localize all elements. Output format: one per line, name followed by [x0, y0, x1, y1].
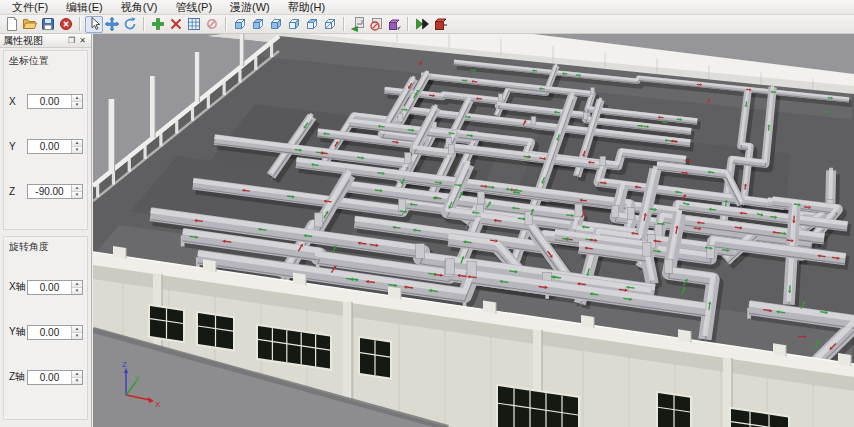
menu-item-1[interactable]: 文件(F): [3, 0, 57, 14]
new-file-button[interactable]: [3, 16, 21, 33]
import-pipeline-button[interactable]: [349, 16, 367, 33]
spinner-down-button[interactable]: ▼: [72, 101, 82, 108]
group-title: 旋转角度: [9, 240, 49, 254]
view-cube-right-button[interactable]: [285, 16, 303, 33]
property-panel-title: 属性视图: [3, 34, 66, 48]
export-model-icon: [386, 16, 402, 32]
field-value: 0.00: [28, 281, 71, 294]
view-cube-right-icon: [286, 16, 302, 32]
toolbar: [0, 15, 854, 34]
view-cube-back-icon: [250, 16, 266, 32]
menu-bar: 文件(F)编辑(E)视角(V)管线(P)漫游(W)帮助(H): [0, 0, 854, 15]
field-value: -90.00: [28, 185, 71, 198]
move-tool-button[interactable]: [103, 16, 121, 33]
toolbar-separator: [143, 17, 145, 31]
export-model-button[interactable]: [385, 16, 403, 33]
field-label: Y轴: [6, 325, 27, 339]
view-cube-iso-button[interactable]: [321, 16, 339, 33]
select-arrow-button[interactable]: [85, 16, 103, 33]
forbid-pipeline-button[interactable]: [367, 16, 385, 33]
field-value: 0.00: [28, 371, 71, 384]
view-cube-left-icon: [268, 16, 284, 32]
axis-y-label: y: [135, 373, 139, 382]
spinner: ▲▼: [71, 371, 82, 384]
field-value: 0.00: [28, 140, 71, 153]
new-file-icon: [4, 16, 20, 32]
spinner-down-button[interactable]: ▼: [72, 287, 82, 294]
field-input[interactable]: 0.00▲▼: [27, 325, 83, 340]
roam-stop-button[interactable]: [431, 16, 449, 33]
menu-item-2[interactable]: 编辑(E): [57, 0, 112, 14]
add-item-icon: [150, 16, 166, 32]
toolbar-separator: [343, 17, 345, 31]
property-panel: 属性视图 ❐ ✕ 坐标位置X0.00▲▼Y0.00▲▼Z-90.00▲▼旋转角度…: [0, 34, 92, 427]
spinner-down-button[interactable]: ▼: [72, 146, 82, 153]
field-input[interactable]: 0.00▲▼: [27, 280, 83, 295]
view-cube-top-button[interactable]: [303, 16, 321, 33]
viewport-3d[interactable]: ZyX: [93, 34, 854, 427]
panel-field-row: X0.00▲▼: [6, 93, 83, 109]
spinner-down-button[interactable]: ▼: [72, 377, 82, 384]
open-folder-button[interactable]: [21, 16, 39, 33]
panel-field-row: Y轴0.00▲▼: [6, 324, 83, 340]
menu-item-5[interactable]: 漫游(W): [221, 0, 279, 14]
spinner-down-button[interactable]: ▼: [72, 191, 82, 198]
spinner: ▲▼: [71, 95, 82, 108]
spinner: ▲▼: [71, 281, 82, 294]
field-label: X: [6, 96, 27, 107]
field-label: Y: [6, 141, 27, 152]
field-input[interactable]: -90.00▲▼: [27, 184, 83, 199]
view-cube-left-button[interactable]: [267, 16, 285, 33]
field-input[interactable]: 0.00▲▼: [27, 94, 83, 109]
snapshot-icon: [186, 16, 202, 32]
group-2: 旋转角度X轴0.00▲▼Y轴0.00▲▼Z轴0.00▲▼: [3, 236, 88, 420]
spinner: ▲▼: [71, 326, 82, 339]
axis-x-label: X: [155, 400, 161, 409]
toolbar-separator: [407, 17, 409, 31]
rotate-tool-button[interactable]: [121, 16, 139, 33]
scene-canvas[interactable]: ZyX: [93, 34, 854, 427]
panel-field-row: Z-90.00▲▼: [6, 183, 83, 199]
panel-field-row: X轴0.00▲▼: [6, 279, 83, 295]
float-window-icon[interactable]: ❐: [66, 35, 77, 46]
save-button[interactable]: [39, 16, 57, 33]
add-item-button[interactable]: [149, 16, 167, 33]
roam-start-button[interactable]: [413, 16, 431, 33]
close-icon[interactable]: ✕: [77, 35, 88, 46]
field-input[interactable]: 0.00▲▼: [27, 370, 83, 385]
disabled-marker-button[interactable]: [203, 16, 221, 33]
application-window: 文件(F)编辑(E)视角(V)管线(P)漫游(W)帮助(H) 属性视图 ❐ ✕ …: [0, 0, 854, 427]
toolbar-separator: [79, 17, 81, 31]
toolbar-separator: [225, 17, 227, 31]
spinner: ▲▼: [71, 140, 82, 153]
open-folder-icon: [22, 16, 38, 32]
field-label: X轴: [6, 280, 27, 294]
rotate-tool-icon: [122, 16, 138, 32]
select-arrow-icon: [86, 16, 102, 32]
view-cube-front-icon: [232, 16, 248, 32]
view-cube-back-button[interactable]: [249, 16, 267, 33]
field-label: Z轴: [6, 370, 27, 384]
forbid-pipeline-icon: [368, 16, 384, 32]
spinner-down-button[interactable]: ▼: [72, 332, 82, 339]
import-pipeline-icon: [350, 16, 366, 32]
roam-start-icon: [414, 16, 430, 32]
field-input[interactable]: 0.00▲▼: [27, 139, 83, 154]
delete-item-icon: [168, 16, 184, 32]
close-button[interactable]: [57, 16, 75, 33]
delete-item-button[interactable]: [167, 16, 185, 33]
spinner: ▲▼: [71, 185, 82, 198]
group-title: 坐标位置: [9, 54, 49, 68]
roam-stop-icon: [432, 16, 448, 32]
snapshot-button[interactable]: [185, 16, 203, 33]
field-value: 0.00: [28, 95, 71, 108]
field-label: Z: [6, 186, 27, 197]
axis-z-label: Z: [122, 360, 127, 369]
view-cube-front-button[interactable]: [231, 16, 249, 33]
menu-item-4[interactable]: 管线(P): [166, 0, 221, 14]
menu-item-6[interactable]: 帮助(H): [279, 0, 334, 14]
close-icon: [58, 16, 74, 32]
field-value: 0.00: [28, 326, 71, 339]
property-panel-titlebar[interactable]: 属性视图 ❐ ✕: [0, 34, 91, 48]
menu-item-3[interactable]: 视角(V): [112, 0, 167, 14]
